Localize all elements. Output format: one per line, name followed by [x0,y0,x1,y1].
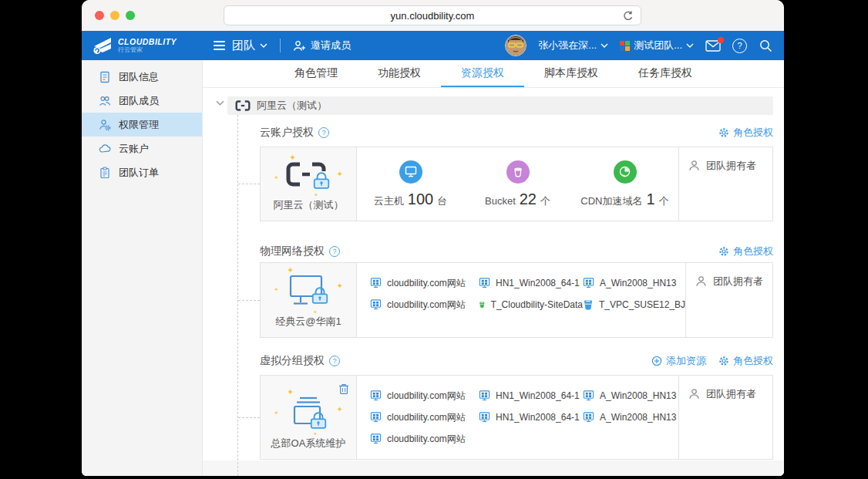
tab-role-management[interactable]: 角色管理 [274,60,358,87]
resource-item[interactable]: A_Win2008_HN13 [583,412,678,423]
sidebar-item-team-info[interactable]: 团队信息 [82,65,202,89]
person-plus-icon [293,40,306,52]
role-auth-label: 角色授权 [733,245,773,258]
sidebar-item-cloud-accounts[interactable]: 云账户 [82,137,202,160]
resource-item[interactable]: cloudbility.com网站 [370,411,479,424]
resource-item[interactable]: HN1_Win2008_64-1 [479,412,583,423]
cloud-account-group-header[interactable]: 阿里云（测试） [227,96,773,115]
resource-item[interactable]: cloudbility.com网站 [370,390,479,403]
resource-item[interactable]: T_Cloudbility-SiteData [479,299,583,310]
help-icon[interactable] [318,127,329,138]
windows-host-icon [583,390,594,401]
stat-unit: 个 [659,194,669,208]
address-bar[interactable]: yun.cloudbility.com [224,5,641,25]
user-avatar[interactable] [505,35,527,56]
owner-label: 团队拥有者 [706,159,756,173]
owner-cell: 团队拥有者 [678,147,772,221]
reload-icon[interactable] [622,10,634,22]
cloudbility-logo-icon [93,36,113,55]
tab-script-library-auth[interactable]: 脚本库授权 [524,60,618,87]
zoom-window-button[interactable] [126,11,135,20]
bucket-icon [506,160,530,184]
section-title: 云账户授权 [260,126,314,140]
windows-host-icon [583,412,594,423]
main-content: 角色管理 功能授权 资源授权 脚本库授权 任务库授权 阿里云（测试） 云账户授权 [203,60,784,476]
windows-host-icon [370,433,382,444]
stat-cloud-host: 云主机 100 台 [357,147,464,221]
cloud-icon [99,143,111,155]
resource-label: cloudbility.com网站 [387,299,466,312]
windows-host-icon [370,299,382,310]
resource-item[interactable]: HN1_Win2008_64-1 [479,390,583,401]
tree-dashed-line [237,115,238,476]
resource-item[interactable]: cloudbility.com网站 [370,299,479,312]
tab-function-auth[interactable]: 功能授权 [358,60,441,87]
sparkle-icon: ✦ [313,431,318,437]
sidebar-item-team-members[interactable]: 团队成员 [82,89,202,113]
virtual-group-lock-icon [285,395,331,430]
brand-subtitle: 行云管家 [118,47,177,53]
person-icon [688,160,700,171]
help-icon[interactable] [329,356,340,366]
sparkle-icon: ✦ [313,309,318,315]
stat-label: 云主机 [374,194,404,208]
brand-logo[interactable]: CLOUDBILITY 行云管家 [93,36,177,55]
browser-window: yun.cloudbility.com CLOUDBILITY 行云管家 [82,0,784,476]
notification-badge [718,37,724,43]
entity-label: 经典云@华南1 [275,315,341,329]
user-menu[interactable]: 张小强在深... [538,39,608,52]
resource-item[interactable]: HN1_Win2008_64-1 [479,278,583,288]
team-switcher[interactable]: 测试团队... [620,39,694,52]
cloud-host-icon [399,160,422,184]
resource-item[interactable]: cloudbility.com网站 [370,277,479,290]
sidebar-item-permissions[interactable]: 权限管理 [82,113,202,137]
help-icon[interactable] [329,246,340,257]
stat-unit: 台 [437,194,447,208]
resource-item[interactable]: A_Win2008_HN13 [583,278,685,288]
chevron-down-icon [601,43,608,48]
sparkle-icon: ✦ [287,266,294,275]
help-button[interactable] [732,39,747,53]
cdn-icon [614,160,637,184]
team-menu[interactable]: 团队 [232,39,267,53]
resource-label: A_Win2008_HN13 [600,412,676,423]
add-resource-link[interactable]: 添加资源 [651,354,706,368]
section-head-physical-network: 物理网络授权 角色授权 [260,242,773,261]
bucket-green-icon [479,299,486,310]
tab-task-library-auth[interactable]: 任务库授权 [618,60,712,87]
group-collapse-chevron[interactable] [216,100,224,106]
hamburger-menu-icon[interactable] [214,41,225,50]
stat-value: 100 [408,191,433,208]
resource-item[interactable]: cloudbility.com网站 [370,433,479,446]
resource-item[interactable]: T_VPC_SUSE12_BJ [583,299,685,310]
windows-host-icon [479,390,490,401]
section-title: 物理网络授权 [260,245,325,258]
windows-host-icon [370,278,382,288]
tree-connector [238,300,260,301]
sidebar-item-label: 云账户 [119,142,149,156]
team-menu-label: 团队 [232,39,255,53]
stat-value: 22 [520,191,537,208]
sidebar: 团队信息 团队成员 权限管理 云账户 [82,60,203,476]
tab-bar: 角色管理 功能授权 资源授权 脚本库授权 任务库授权 [203,60,784,88]
physical-network-card: ✦ ✦ ✦ ✦ 经典云@华南1 clou [260,262,773,338]
section-title: 虚拟分组授权 [260,354,325,368]
role-auth-link[interactable]: 角色授权 [718,126,773,140]
role-auth-link[interactable]: 角色授权 [718,354,773,368]
messages-button[interactable] [705,40,721,52]
search-icon[interactable] [759,39,773,53]
chevron-down-icon [686,43,694,48]
stat-unit: 个 [540,194,550,208]
close-window-button[interactable] [95,11,104,20]
document-icon [99,71,111,83]
invite-member-button[interactable]: 邀请成员 [293,39,351,52]
sidebar-item-team-orders[interactable]: 团队订单 [82,160,202,184]
brand-name: CLOUDBILITY [118,38,177,46]
resource-item[interactable]: A_Win2008_HN13 [583,390,678,401]
delete-group-icon[interactable] [338,383,349,395]
resource-label: cloudbility.com网站 [387,390,466,403]
role-auth-link[interactable]: 角色授权 [718,245,773,258]
windows-host-icon [479,412,490,423]
tab-resource-auth[interactable]: 资源授权 [441,60,524,87]
minimize-window-button[interactable] [110,11,119,20]
